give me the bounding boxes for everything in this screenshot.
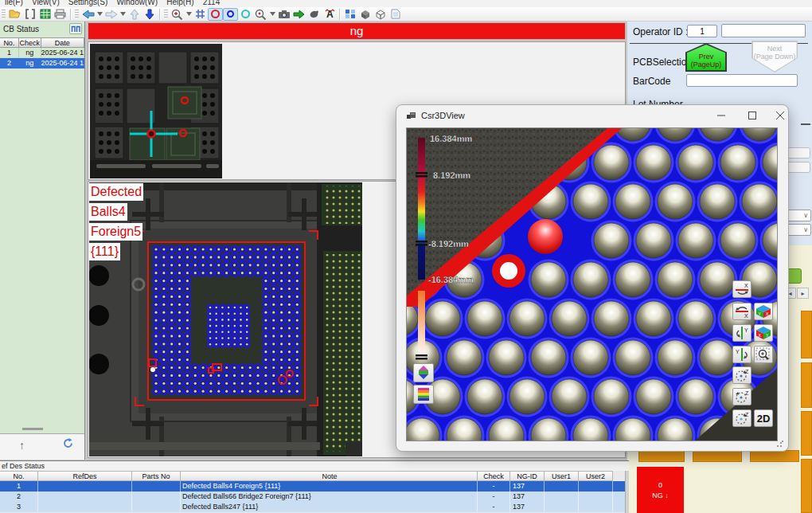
ng-tile[interactable] (750, 450, 799, 462)
window-resize-grip[interactable] (776, 440, 784, 448)
3d-view-scene[interactable]: 16.384mm 8.192mm -8.192mm -16.384mm (406, 127, 778, 441)
text-annotation-button[interactable]: A (322, 8, 337, 21)
zoom-tool-menu-button[interactable] (185, 8, 193, 21)
grid-view-button[interactable] (193, 8, 208, 21)
svg-text:Z: Z (745, 369, 749, 374)
col-no[interactable]: No. (0, 37, 19, 48)
side-button[interactable] (787, 162, 810, 173)
next-page-button[interactable]: Next(Page Down) (751, 41, 798, 72)
zoom-tool-button[interactable] (170, 8, 185, 21)
col-date[interactable]: Date (41, 37, 84, 48)
cyan-circle-icon (240, 9, 251, 19)
pcb-panel-footer: ↑ (0, 433, 84, 460)
zoom-region-icon (255, 9, 267, 20)
ng-tile[interactable] (693, 450, 742, 462)
palette-rainbow-button[interactable] (413, 385, 434, 404)
ng-counter-tile[interactable]: 0 NG ↓ (637, 467, 684, 513)
prev-page-button[interactable]: Prev(PageUp) (685, 43, 727, 72)
thumbnail-grid-button[interactable] (342, 8, 357, 21)
toolbar-grip[interactable] (2, 10, 6, 19)
pcb-table-header[interactable]: No. Check Date (0, 37, 84, 48)
table-row[interactable]: 1 ng 2025-06-24 11:1 (0, 48, 84, 58)
nav-back-button[interactable] (80, 8, 96, 21)
csr3dview-window[interactable]: Csr3DView (396, 104, 789, 452)
3d-render[interactable]: 16.384mm 8.192mm -8.192mm -16.384mm (407, 128, 778, 441)
rotate-y-right-button[interactable]: Y (732, 346, 751, 363)
zoom-tool-icon (171, 9, 183, 20)
mark-red-circle-button[interactable] (208, 8, 223, 21)
refdes-table-header[interactable]: No.RefDes Parts NoNote CheckNG-ID User1U… (0, 471, 629, 481)
overview-camera-image[interactable] (90, 44, 222, 178)
excel-export-button[interactable] (37, 8, 53, 21)
defect-label-line: {111} (89, 243, 120, 260)
selection-brackets-button[interactable] (22, 8, 37, 21)
vertical-scrollbar[interactable] (625, 471, 629, 513)
zoom-area-button[interactable] (754, 346, 773, 363)
pin-panel-button[interactable] (69, 23, 82, 34)
ng-tile[interactable] (638, 450, 685, 462)
ng-tile[interactable] (801, 311, 812, 358)
view-cube-iso2-button[interactable]: XY (754, 324, 773, 342)
close-button[interactable] (765, 106, 795, 125)
menu-items[interactable]: ile(F) View(V) Settings(S) Window(W) Hel… (5, 0, 812, 6)
palette-diamond-button[interactable] (413, 363, 434, 382)
view-cube-iso-button[interactable]: YX (754, 303, 773, 320)
view-3d-wire-button[interactable] (373, 8, 388, 21)
report-document-button[interactable] (388, 8, 403, 21)
refdes-status-panel: ef Des Status No.RefDes Parts NoNote Che… (0, 460, 629, 513)
rotate-x-icon: X (734, 282, 750, 296)
lot-number-underline (801, 123, 810, 125)
nav-forward-button[interactable] (103, 8, 119, 21)
refresh-button[interactable] (62, 437, 74, 452)
menu-bar[interactable]: ile(F) View(V) Settings(S) Window(W) Hel… (0, 0, 812, 7)
ng-tile[interactable] (801, 362, 812, 408)
rotate-x-up-button[interactable]: X (732, 280, 751, 298)
ink-marker-button[interactable] (306, 8, 322, 21)
rotate-z-ccw-button[interactable]: Z (732, 388, 751, 405)
col-check[interactable]: Check (19, 37, 41, 48)
window-title-bar[interactable]: Csr3DView (396, 105, 788, 127)
view-2d-button[interactable]: 2D (754, 409, 773, 427)
operator-name-input[interactable] (721, 24, 806, 37)
ng-tile[interactable] (801, 459, 812, 513)
chevron-down-icon (186, 12, 192, 16)
operator-id-input[interactable] (687, 25, 717, 37)
print-button[interactable] (53, 8, 68, 21)
rotate-z-cw-button[interactable]: Z (732, 366, 751, 384)
nav-back-menu-button[interactable] (96, 8, 103, 21)
table-row[interactable]: 2 Defected Balls66 Bridge2 Foreign7 {111… (0, 491, 629, 502)
rotate-x-down-button[interactable]: X (732, 303, 751, 320)
open-folder-button[interactable] (7, 8, 22, 21)
camera-capture-button[interactable] (276, 8, 291, 21)
panel-splitter-handle[interactable] (22, 428, 43, 430)
maximize-button[interactable] (737, 106, 767, 125)
grid-icon (195, 9, 205, 19)
table-row-selected[interactable]: 1 Defected Balls4 Foreign5 {111} -137 (0, 481, 629, 491)
thumbnail-grid-icon (345, 9, 356, 19)
table-row[interactable]: 3 Defected Balls247 {111} -137 (0, 502, 629, 512)
minimize-button[interactable] (706, 106, 736, 125)
run-next-button[interactable] (291, 8, 306, 21)
toolbar-grip[interactable] (164, 10, 168, 19)
excel-export-icon (40, 9, 51, 19)
close-icon (776, 112, 784, 119)
barcode-input[interactable] (686, 74, 798, 87)
cube-solid-icon (359, 9, 371, 20)
nav-forward-menu-button[interactable] (119, 8, 127, 21)
nav-up-button[interactable] (127, 8, 142, 21)
zoom-region-button[interactable] (253, 8, 268, 21)
view-3d-solid-button[interactable] (357, 8, 373, 21)
toolbar-grip[interactable] (75, 10, 79, 19)
nav-down-button[interactable] (142, 8, 157, 21)
rotate-y-left-button[interactable]: Y (732, 324, 751, 342)
scroll-right-button[interactable]: ▸ (797, 288, 809, 299)
zoom-region-menu-button[interactable] (268, 8, 276, 21)
gray-color-scale (418, 291, 425, 358)
mark-blue-circle-button[interactable] (223, 8, 238, 21)
table-row-selected[interactable]: 2 ng 2025-06-24 11:1 (0, 58, 84, 69)
ng-tile[interactable] (801, 411, 812, 456)
rotate-z-reset-button[interactable]: Z (732, 409, 751, 427)
scroll-up-button[interactable]: ↑ (19, 439, 25, 452)
side-button[interactable] (787, 147, 810, 159)
mark-cyan-circle-button[interactable] (238, 8, 253, 21)
